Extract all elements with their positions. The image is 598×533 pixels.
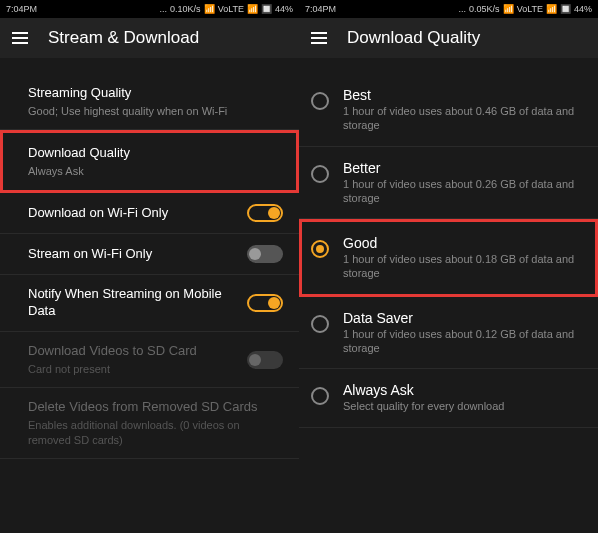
signal-icon: 📶 — [204, 4, 215, 14]
status-battery: 44% — [275, 4, 293, 14]
status-bar-left: 7:04PM ... 0.10K/s 📶 VoLTE 📶 🔲 44% — [0, 0, 299, 18]
right-screen: 7:04PM ... 0.05K/s 📶 VoLTE 📶 🔲 44% Downl… — [299, 0, 598, 533]
quality-option-good[interactable]: Good 1 hour of video uses about 0.18 GB … — [299, 219, 598, 297]
hamburger-icon[interactable] — [12, 32, 28, 44]
status-speed: 0.10K/s — [170, 4, 201, 14]
page-title: Stream & Download — [48, 28, 199, 48]
left-screen: 7:04PM ... 0.10K/s 📶 VoLTE 📶 🔲 44% Strea… — [0, 0, 299, 533]
setting-subtitle: Always Ask — [28, 164, 280, 178]
app-header-right: Download Quality — [299, 18, 598, 58]
toggle-download-wifi[interactable] — [247, 204, 283, 222]
status-battery: 44% — [574, 4, 592, 14]
status-time: 7:04PM — [6, 4, 37, 14]
status-dots: ... — [459, 4, 467, 14]
setting-title: Stream on Wi-Fi Only — [28, 246, 239, 263]
setting-subtitle: Enables additional downloads. (0 videos … — [28, 418, 283, 447]
setting-title: Delete Videos from Removed SD Cards — [28, 399, 283, 416]
signal-icon: 📶 — [546, 4, 557, 14]
radio-icon — [311, 165, 329, 183]
status-dots: ... — [160, 4, 168, 14]
option-title: Always Ask — [343, 382, 586, 398]
setting-title: Download on Wi-Fi Only — [28, 205, 239, 222]
setting-stream-wifi-only[interactable]: Stream on Wi-Fi Only — [0, 234, 299, 275]
option-title: Good — [343, 235, 586, 251]
signal-icon: 📶 — [503, 4, 514, 14]
option-subtitle: 1 hour of video uses about 0.26 GB of da… — [343, 177, 586, 206]
option-subtitle: Select quality for every download — [343, 399, 586, 413]
battery-icon: 🔲 — [261, 4, 272, 14]
quality-option-better[interactable]: Better 1 hour of video uses about 0.26 G… — [299, 147, 598, 220]
setting-download-wifi-only[interactable]: Download on Wi-Fi Only — [0, 193, 299, 234]
quality-option-best[interactable]: Best 1 hour of video uses about 0.46 GB … — [299, 74, 598, 147]
radio-icon — [311, 92, 329, 110]
option-subtitle: 1 hour of video uses about 0.12 GB of da… — [343, 327, 586, 356]
page-title: Download Quality — [347, 28, 480, 48]
setting-title: Download Videos to SD Card — [28, 343, 239, 360]
setting-download-quality[interactable]: Download Quality Always Ask — [0, 130, 299, 193]
option-subtitle: 1 hour of video uses about 0.18 GB of da… — [343, 252, 586, 281]
settings-list: Streaming Quality Good; Use highest qual… — [0, 58, 299, 533]
setting-notify-streaming[interactable]: Notify When Streaming on Mobile Data — [0, 275, 299, 332]
setting-delete-sd-videos: Delete Videos from Removed SD Cards Enab… — [0, 388, 299, 458]
setting-download-sd: Download Videos to SD Card Card not pres… — [0, 332, 299, 388]
battery-icon: 🔲 — [560, 4, 571, 14]
hamburger-icon[interactable] — [311, 32, 327, 44]
setting-subtitle: Good; Use highest quality when on Wi-Fi — [28, 104, 283, 118]
setting-subtitle: Card not present — [28, 362, 239, 376]
setting-title: Download Quality — [28, 145, 280, 162]
radio-icon — [311, 387, 329, 405]
status-time: 7:04PM — [305, 4, 336, 14]
setting-title: Streaming Quality — [28, 85, 283, 102]
radio-icon-selected — [311, 240, 329, 258]
status-network: VoLTE — [517, 4, 543, 14]
toggle-notify-streaming[interactable] — [247, 294, 283, 312]
option-title: Best — [343, 87, 586, 103]
setting-streaming-quality[interactable]: Streaming Quality Good; Use highest qual… — [0, 74, 299, 130]
quality-option-data-saver[interactable]: Data Saver 1 hour of video uses about 0.… — [299, 297, 598, 370]
quality-options: Best 1 hour of video uses about 0.46 GB … — [299, 58, 598, 533]
setting-title: Notify When Streaming on Mobile Data — [28, 286, 239, 320]
toggle-download-sd — [247, 351, 283, 369]
option-title: Data Saver — [343, 310, 586, 326]
status-speed: 0.05K/s — [469, 4, 500, 14]
signal-icon: 📶 — [247, 4, 258, 14]
option-subtitle: 1 hour of video uses about 0.46 GB of da… — [343, 104, 586, 133]
quality-option-always-ask[interactable]: Always Ask Select quality for every down… — [299, 369, 598, 427]
status-network: VoLTE — [218, 4, 244, 14]
radio-icon — [311, 315, 329, 333]
app-header-left: Stream & Download — [0, 18, 299, 58]
toggle-stream-wifi[interactable] — [247, 245, 283, 263]
option-title: Better — [343, 160, 586, 176]
status-bar-right: 7:04PM ... 0.05K/s 📶 VoLTE 📶 🔲 44% — [299, 0, 598, 18]
